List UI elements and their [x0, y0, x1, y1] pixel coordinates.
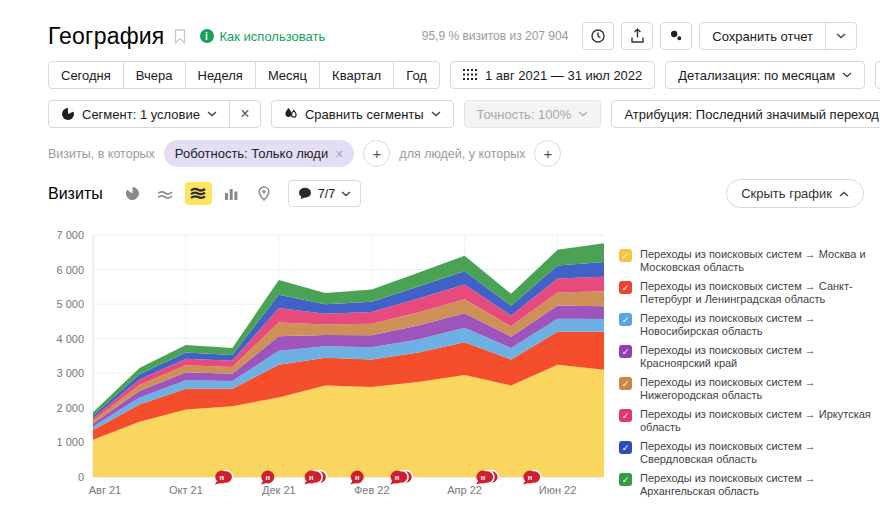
annotation-marker[interactable]: н — [215, 471, 233, 485]
visits-chart: 01 0002 0003 0004 0005 0006 0007 000Авг … — [44, 222, 616, 507]
column-chart-icon[interactable] — [218, 182, 245, 205]
segment-group: Сегмент: 1 условие × — [48, 100, 261, 128]
legend-label: Переходы из поисковых систем → Санкт-Пет… — [640, 280, 873, 306]
date-range-button[interactable]: 1 авг 2021 — 31 июл 2022 — [450, 61, 655, 89]
pie-chart-icon[interactable] — [119, 182, 146, 205]
people-condition-label: для людей, у которых — [399, 147, 525, 161]
add-visit-condition-button[interactable]: + — [363, 140, 390, 167]
legend-item-0[interactable]: ✓Переходы из поисковых систем → Москва и… — [619, 248, 873, 274]
x-axis-label: Дек 21 — [262, 484, 296, 496]
map-pin-icon[interactable] — [251, 182, 278, 205]
date-range-label: 1 авг 2021 — 31 июл 2022 — [485, 68, 642, 83]
svg-text:н: н — [355, 473, 360, 482]
annotation-marker[interactable]: н — [390, 471, 413, 485]
visits-condition-label: Визиты, в которых — [48, 147, 155, 161]
x-axis-label: Июн 22 — [539, 484, 577, 496]
export-button[interactable] — [621, 22, 653, 50]
info-icon: i — [200, 29, 214, 43]
legend-checkbox[interactable]: ✓ — [619, 473, 632, 486]
segment-dropdown[interactable]: Сегмент: 1 условие — [48, 100, 230, 128]
page-title: География — [48, 23, 165, 50]
annotation-marker[interactable]: н — [476, 471, 499, 485]
how-to-use-label: Как использовать — [220, 29, 326, 44]
calendar-grid-icon — [463, 69, 478, 81]
data-mode-dropdown[interactable]: Данные: без роботов — [875, 61, 880, 89]
period-tab-5[interactable]: Год — [393, 61, 440, 89]
legend-item-6[interactable]: ✓Переходы из поисковых систем → Свердлов… — [619, 440, 873, 466]
legend-checkbox[interactable]: ✓ — [619, 345, 632, 358]
annotation-marker[interactable]: н — [523, 471, 541, 485]
comment-icon — [298, 187, 312, 200]
legend-item-7[interactable]: ✓Переходы из поисковых систем → Архангел… — [619, 472, 873, 498]
add-people-condition-button[interactable]: + — [534, 140, 561, 167]
save-report-button[interactable]: Сохранить отчет — [699, 22, 826, 50]
series-counter-dropdown[interactable]: 7/7 — [288, 180, 361, 207]
chart-legend: ✓Переходы из поисковых систем → Москва и… — [619, 248, 873, 504]
y-axis-label: 5 000 — [56, 298, 84, 310]
legend-item-4[interactable]: ✓Переходы из поисковых систем → Нижегоро… — [619, 376, 873, 402]
legend-item-3[interactable]: ✓Переходы из поисковых систем → Краснояр… — [619, 344, 873, 370]
save-report-menu-button[interactable] — [825, 22, 857, 50]
period-tab-0[interactable]: Сегодня — [48, 61, 124, 89]
how-to-use-link[interactable]: i Как использовать — [200, 29, 326, 44]
svg-text:н: н — [220, 473, 225, 482]
svg-text:н: н — [265, 473, 270, 482]
svg-text:н: н — [309, 473, 314, 482]
history-button[interactable] — [582, 22, 614, 50]
period-tab-3[interactable]: Месяц — [255, 61, 320, 89]
chevron-down-icon — [842, 72, 852, 78]
y-axis-label: 0 — [78, 471, 84, 483]
chevron-down-icon — [431, 111, 441, 117]
y-axis-label: 2 000 — [56, 402, 84, 414]
period-tab-1[interactable]: Вчера — [123, 61, 186, 89]
x-axis-label: Апр 22 — [447, 484, 482, 496]
chevron-down-icon — [836, 33, 846, 39]
bookmark-icon[interactable] — [174, 29, 186, 44]
granularity-dropdown[interactable]: Детализация: по месяцам — [665, 61, 865, 89]
legend-checkbox[interactable]: ✓ — [619, 249, 632, 262]
y-axis-label: 7 000 — [56, 229, 84, 241]
annotation-marker[interactable]: н — [304, 471, 327, 485]
legend-item-2[interactable]: ✓Переходы из поисковых систем → Новосиби… — [619, 312, 873, 338]
period-tab-2[interactable]: Неделя — [185, 61, 256, 89]
report-header: География i Как использовать 95,9 % визи… — [48, 22, 864, 50]
legend-checkbox[interactable]: ✓ — [619, 313, 632, 326]
hide-chart-label: Скрыть график — [741, 186, 832, 201]
visits-summary: 95,9 % визитов из 207 904 — [422, 29, 569, 43]
stacked-area-chart-icon[interactable] — [185, 182, 212, 205]
period-tab-4[interactable]: Квартал — [319, 61, 394, 89]
legend-checkbox[interactable]: ✓ — [619, 441, 632, 454]
attribution-dropdown[interactable]: Атрибуция: Последний значимый переход — [611, 100, 880, 128]
robotness-chip-label: Роботность: Только люди — [175, 146, 328, 161]
segment-clear-button[interactable]: × — [229, 100, 261, 128]
svg-text:н: н — [395, 473, 400, 482]
svg-text:н: н — [481, 473, 486, 482]
chip-close-icon[interactable]: × — [335, 146, 343, 162]
legend-item-1[interactable]: ✓Переходы из поисковых систем → Санкт-Пе… — [619, 280, 873, 306]
segment-filter-row: Сегмент: 1 условие × Сравнить сегменты Т… — [48, 100, 880, 128]
compare-segments-label: Сравнить сегменты — [305, 107, 424, 122]
accuracy-label: Точность: 100% — [477, 107, 572, 122]
x-axis-label: Окт 21 — [169, 484, 203, 496]
compare-segments-dropdown[interactable]: Сравнить сегменты — [271, 100, 454, 128]
segment-label: Сегмент: 1 условие — [82, 107, 200, 122]
robotness-chip[interactable]: Роботность: Только люди × — [164, 140, 355, 167]
accuracy-dropdown[interactable]: Точность: 100% — [464, 100, 602, 128]
legend-checkbox[interactable]: ✓ — [619, 281, 632, 294]
chevron-down-icon — [341, 191, 351, 197]
hide-chart-button[interactable]: Скрыть график — [726, 179, 864, 208]
y-axis-label: 3 000 — [56, 367, 84, 379]
widgets-button[interactable] — [660, 22, 692, 50]
legend-checkbox[interactable]: ✓ — [619, 377, 632, 390]
save-report-group: Сохранить отчет — [699, 22, 864, 50]
close-icon: × — [240, 105, 249, 123]
legend-item-5[interactable]: ✓Переходы из поисковых систем → Иркутска… — [619, 408, 873, 434]
legend-label: Переходы из поисковых систем → Москва и … — [640, 248, 873, 274]
chevron-up-icon — [839, 191, 849, 197]
legend-checkbox[interactable]: ✓ — [619, 409, 632, 422]
y-axis-label: 4 000 — [56, 333, 84, 345]
segment-pie-icon — [61, 107, 75, 121]
line-chart-icon[interactable] — [152, 182, 179, 205]
chart-type-switcher — [119, 182, 278, 205]
x-axis-label: Авг 21 — [89, 484, 121, 496]
